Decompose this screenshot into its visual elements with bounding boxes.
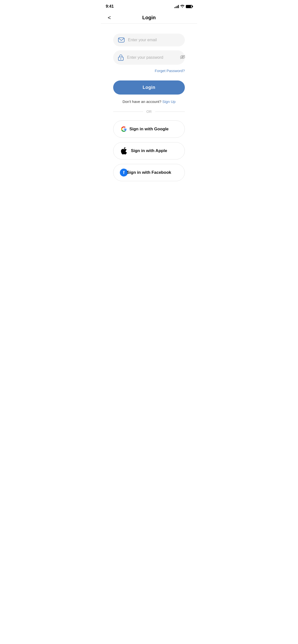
or-divider: OR — [113, 110, 185, 114]
wifi-icon — [180, 4, 184, 8]
google-signin-label: Sign in with Google — [119, 127, 179, 132]
signup-text: Don't have an account? Sign Up — [113, 100, 185, 104]
forget-password-link[interactable]: Forget Password? — [155, 68, 185, 73]
signup-link[interactable]: Sign Up — [162, 100, 175, 104]
apple-signin-button[interactable]: Sign in with Apple — [113, 142, 185, 160]
svg-rect-0 — [118, 38, 124, 42]
divider-text: OR — [147, 110, 152, 114]
password-field[interactable] — [127, 55, 176, 60]
email-input-group — [113, 34, 185, 46]
email-icon — [118, 38, 125, 42]
divider-line-left — [113, 112, 143, 112]
password-input-group — [113, 50, 185, 65]
eye-toggle-icon[interactable] — [180, 55, 185, 60]
signal-icon — [174, 5, 179, 8]
facebook-signin-label: Sign in with Facebook — [119, 170, 179, 175]
main-content: Forget Password? Login Don't have an acc… — [101, 24, 197, 193]
status-bar: 9:41 — [101, 0, 197, 12]
email-field[interactable] — [128, 38, 180, 42]
forget-password-container: Forget Password? — [113, 68, 185, 73]
nav-header: < Login — [101, 12, 197, 24]
status-icons — [174, 4, 192, 8]
divider-line-right — [155, 112, 185, 112]
google-signin-button[interactable]: Sign in with Google — [113, 120, 185, 138]
email-input-wrapper — [113, 34, 185, 46]
page-title: Login — [142, 15, 156, 20]
apple-signin-label: Sign in with Apple — [119, 148, 179, 153]
back-button[interactable]: < — [106, 14, 113, 22]
password-input-wrapper — [113, 50, 185, 65]
status-time: 9:41 — [106, 4, 114, 9]
lock-icon — [118, 54, 124, 61]
facebook-signin-button[interactable]: f Sign in with Facebook — [113, 164, 185, 181]
battery-icon — [186, 5, 192, 8]
login-button[interactable]: Login — [113, 80, 185, 94]
